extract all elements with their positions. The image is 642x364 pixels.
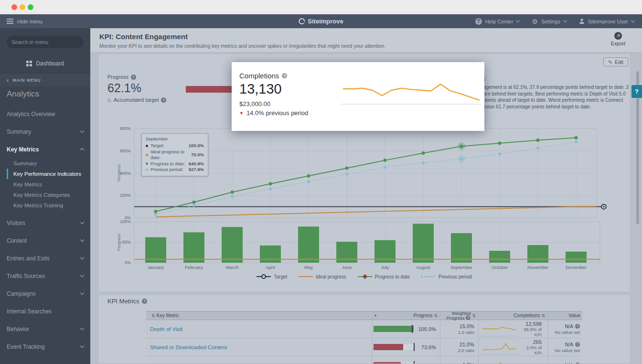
progress-bar-fill	[374, 362, 401, 364]
dashboard-icon	[26, 61, 32, 66]
sidebar-item-behavior[interactable]: Behavior	[0, 320, 90, 338]
weighted-ratio: 1.0 ratio	[440, 330, 474, 335]
accumulated-target: ◇ Accumulated target ?	[107, 97, 166, 103]
tooltip-label: Previous period:	[150, 167, 186, 173]
sort-icon: ⇅	[541, 313, 545, 318]
legend-item-previous[interactable]: Previous period	[421, 274, 471, 279]
help-icon[interactable]: ?	[131, 75, 136, 80]
search-input[interactable]	[11, 39, 79, 45]
help-icon[interactable]: ?	[466, 315, 471, 320]
help-icon[interactable]: ?	[282, 73, 287, 78]
sidebar-item-label: Analytics Overview	[7, 111, 84, 118]
sidebar-item-content[interactable]: Content	[0, 232, 90, 249]
sidebar-search[interactable]	[7, 36, 84, 48]
help-icon[interactable]: ?	[575, 324, 580, 329]
value-na: N/A?	[548, 342, 580, 347]
value-wrap: N/A?No value set	[548, 342, 582, 353]
nav-item-help-center[interactable]: ?Help Center	[475, 18, 520, 25]
sidebar-sub-list: SummaryKey Performance IndicatorsKey Met…	[0, 158, 90, 211]
progress-bar-fill	[374, 344, 403, 350]
nav-item-siteimprove-user[interactable]: Siteimprove User	[579, 18, 634, 25]
note-line: ssion 61.7 percentage points behind targ…	[483, 104, 631, 110]
window-minimize-button[interactable]	[20, 4, 25, 10]
svg-text:April: April	[266, 265, 275, 270]
series-dot-icon	[146, 169, 148, 171]
sidebar-item-traffic-sources[interactable]: Traffic Sources	[0, 267, 90, 285]
kpi-summary-note-body: agement is at 62.1%, 37.9 percentage poi…	[483, 84, 631, 110]
legend-item-ideal[interactable]: Ideal progress	[299, 274, 346, 279]
svg-text:100%: 100%	[120, 219, 131, 224]
legend-item-progress[interactable]: Progress to date	[358, 274, 410, 279]
column-header-key-metric[interactable]: ⇅ Key Metric	[146, 311, 372, 320]
sidebar-item-key-metrics-categories[interactable]: Key Metrics Categories	[7, 190, 90, 200]
key-metric-link[interactable]: Depth of Visit	[150, 326, 182, 332]
chevron-down-icon	[80, 238, 84, 242]
target-line-handle[interactable]	[601, 204, 606, 209]
chevron-up-icon	[80, 148, 84, 152]
legend-item-target[interactable]: Target	[257, 274, 287, 279]
help-beacon-button[interactable]: ?	[631, 85, 642, 98]
sidebar-item-key-metrics[interactable]: Key Metrics	[0, 140, 90, 158]
edit-button[interactable]: ✎ Edit	[603, 57, 628, 66]
key-metric-link[interactable]: Content Expand	[150, 363, 189, 364]
column-header-completions[interactable]: Completions ⇅	[478, 311, 547, 320]
sidebar-item-key-performance-indicators[interactable]: Key Performance Indicators	[7, 169, 90, 179]
window-close-button[interactable]	[11, 4, 17, 10]
sidebar-item-key-metrics-training[interactable]: Key Metrics Training	[7, 200, 90, 211]
triangle-down-icon: ▼	[239, 111, 244, 116]
column-header-weighted-progress[interactable]: Weighted Progress ? ⇅	[440, 311, 478, 320]
sidebar-item-label: Event Tracking	[7, 343, 81, 350]
completions-values: 244	[533, 363, 547, 364]
svg-text:August: August	[416, 265, 430, 270]
weighted-values: 15.0%1.0 ratio	[440, 323, 478, 335]
tooltip-row: Ideal progress to date:75.0%	[146, 149, 204, 161]
bar-chart-series	[134, 224, 600, 263]
tooltip-value: 640.9%	[189, 161, 204, 167]
sidebar-item-entries-and-exits[interactable]: Entries and Exits	[0, 249, 90, 267]
export-button[interactable]: ➔ Export	[608, 32, 629, 46]
sidebar-item-summary[interactable]: Summary	[7, 158, 90, 169]
sidebar-item-internal-searches[interactable]: Internal Searches	[0, 302, 90, 320]
help-icon[interactable]: ?	[161, 97, 166, 103]
key-metric-link[interactable]: Shared or Downloaded Content	[150, 344, 227, 350]
sidebar-item-label: Key Metrics	[7, 146, 81, 153]
window-titlebar	[0, 0, 642, 14]
sidebar-item-event-tracking[interactable]: Event Tracking	[0, 338, 90, 355]
value-cell: N/A?No value set	[547, 338, 582, 356]
legend-previous-swatch-icon	[421, 274, 436, 279]
sidebar-item-dashboard[interactable]: Dashboard	[0, 57, 90, 70]
column-header-value[interactable]: Value	[547, 311, 582, 320]
dashboard-label: Dashboard	[36, 60, 64, 67]
note-line: points ahead of target to date. Worst pe…	[483, 97, 631, 104]
chevron-down-icon	[80, 344, 84, 348]
sidebar-item-visitors[interactable]: Visitors	[0, 214, 90, 232]
svg-text:September: September	[450, 265, 472, 270]
window-zoom-button[interactable]	[28, 4, 33, 10]
gear-icon: ⚙	[532, 18, 538, 25]
kpi-summary-note: t agement is at 62.1%, 37.9 percentage p…	[483, 76, 631, 110]
svg-text:November: November	[527, 265, 548, 270]
key-metric-cell: Content Expand	[146, 356, 372, 364]
sidebar-item-label: Traffic Sources	[7, 273, 81, 279]
value-wrap: N/A?	[548, 362, 582, 364]
sidebar-item-summary[interactable]: Summary	[0, 123, 90, 140]
weighted-progress-cell: 9.7%	[440, 356, 478, 364]
scrollbar-track[interactable]	[636, 28, 640, 364]
progress-bar-track	[374, 326, 414, 332]
hide-menu-button[interactable]: Hide menu	[7, 19, 43, 24]
help-circle-icon: ?	[475, 18, 482, 25]
sidebar-item-analytics-overview[interactable]: Analytics Overview	[0, 105, 90, 123]
legend-label: Target	[274, 274, 287, 279]
column-header-progress[interactable]: ▾ Progress ⇅	[372, 311, 440, 320]
help-icon[interactable]: ?	[575, 342, 580, 347]
sidebar-item-campaigns[interactable]: Campaigns	[0, 285, 90, 302]
progress-cell: 67.8%	[372, 356, 440, 364]
sidebar-item-key-metrics[interactable]: Key Metrics	[7, 179, 90, 190]
value-text: N/A	[565, 342, 573, 347]
svg-text:400%: 400%	[120, 171, 131, 176]
back-to-main-menu[interactable]: ‹ MAIN MENU	[0, 74, 90, 86]
person-icon	[579, 18, 585, 25]
target-diamond-icon: ◇	[107, 97, 111, 103]
nav-item-settings[interactable]: ⚙Settings	[532, 18, 566, 25]
help-icon[interactable]: ?	[142, 299, 147, 304]
